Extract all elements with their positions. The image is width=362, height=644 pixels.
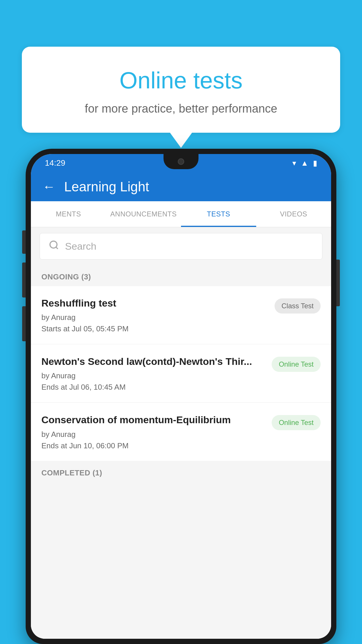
promo-container: Online tests for more practice, better p… (22, 47, 340, 133)
status-bar: 14:29 ▾ ▲ ▮ (31, 154, 331, 172)
scrollable-content: ONGOING (3) Reshuffling test by Anurag S… (31, 265, 331, 639)
test-author-reshuffling: by Anurag (41, 313, 269, 322)
status-icons: ▾ ▲ ▮ (292, 159, 317, 168)
test-card-reshuffling[interactable]: Reshuffling test by Anurag Starts at Jul… (31, 286, 331, 344)
test-name-reshuffling: Reshuffling test (41, 297, 269, 309)
test-time-conservation: Ends at Jun 10, 06:00 PM (41, 441, 266, 450)
phone-screen: 14:29 ▾ ▲ ▮ ← Learning Light MENTS (31, 154, 331, 639)
search-container: Search (31, 227, 331, 265)
tab-videos[interactable]: VIDEOS (256, 201, 331, 227)
test-card-conservation[interactable]: Conservation of momentum-Equilibrium by … (31, 403, 331, 461)
svg-point-0 (50, 241, 57, 248)
test-name-newtons: Newton's Second law(contd)-Newton's Thir… (41, 355, 266, 368)
tab-tests[interactable]: TESTS (181, 201, 256, 227)
promo-subtitle: for more practice, better performance (45, 102, 317, 115)
tab-ments[interactable]: MENTS (31, 201, 106, 227)
app-title: Learning Light (64, 179, 149, 195)
test-time-reshuffling: Starts at Jul 05, 05:45 PM (41, 324, 269, 333)
speech-bubble: Online tests for more practice, better p… (22, 47, 340, 133)
test-badge-reshuffling: Class Test (275, 298, 321, 314)
notch (164, 154, 198, 169)
signal-icon: ▲ (301, 159, 308, 168)
back-button[interactable]: ← (43, 179, 55, 194)
test-card-newtons[interactable]: Newton's Second law(contd)-Newton's Thir… (31, 344, 331, 402)
test-info-reshuffling: Reshuffling test by Anurag Starts at Jul… (41, 297, 269, 333)
svg-line-1 (56, 247, 58, 249)
search-placeholder: Search (65, 241, 96, 252)
camera-dot (178, 158, 184, 165)
completed-section-label: COMPLETED (1) (31, 461, 331, 482)
tab-announcements[interactable]: ANNOUNCEMENTS (106, 201, 181, 227)
tabs-container: MENTS ANNOUNCEMENTS TESTS VIDEOS (31, 201, 331, 227)
ongoing-section-label: ONGOING (3) (31, 265, 331, 286)
battery-icon: ▮ (313, 159, 317, 168)
status-time: 14:29 (45, 158, 65, 168)
search-bar[interactable]: Search (40, 233, 322, 260)
volume-up-button (22, 230, 26, 254)
test-name-conservation: Conservation of momentum-Equilibrium (41, 413, 266, 426)
promo-title: Online tests (45, 67, 317, 94)
volume-down-button (22, 262, 26, 298)
search-icon (49, 240, 59, 253)
test-author-newtons: by Anurag (41, 371, 266, 380)
silent-button (22, 306, 26, 341)
phone-frame: 14:29 ▾ ▲ ▮ ← Learning Light MENTS (26, 149, 336, 644)
test-badge-conservation: Online Test (272, 415, 321, 430)
power-button (336, 260, 340, 306)
app-bar: ← Learning Light (31, 172, 331, 201)
test-time-newtons: Ends at Jul 06, 10:45 AM (41, 383, 266, 392)
test-info-conservation: Conservation of momentum-Equilibrium by … (41, 413, 266, 450)
test-badge-newtons: Online Test (272, 357, 321, 372)
wifi-icon: ▾ (292, 159, 296, 168)
test-author-conservation: by Anurag (41, 430, 266, 439)
test-info-newtons: Newton's Second law(contd)-Newton's Thir… (41, 355, 266, 392)
